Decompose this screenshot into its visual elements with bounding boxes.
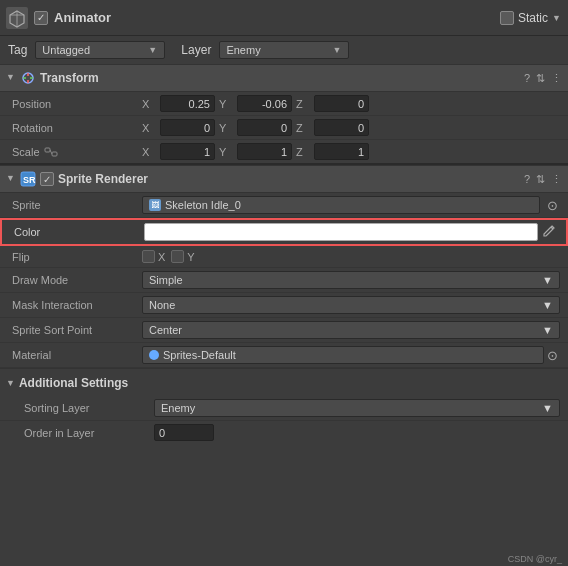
sorting-layer-dropdown[interactable]: Enemy ▼ — [154, 399, 560, 417]
sprite-row: Sprite 🖼 Skeleton Idle_0 ⊙ — [0, 193, 568, 218]
mask-interaction-text: None — [149, 299, 175, 311]
sprite-enable-checkbox[interactable]: ✓ — [40, 172, 54, 186]
tag-arrow: ▼ — [148, 45, 158, 55]
svg-text:SR: SR — [23, 175, 36, 185]
layer-dropdown[interactable]: Enemy ▼ — [219, 41, 349, 59]
flip-y-label: Y — [187, 251, 194, 263]
animator-enable-checkbox[interactable] — [34, 11, 48, 25]
order-in-layer-label: Order in Layer — [24, 427, 154, 439]
draw-mode-value: Simple ▼ — [142, 271, 560, 289]
sprite-sort-point-row: Sprite Sort Point Center ▼ — [0, 318, 568, 343]
rotation-z-input[interactable] — [314, 119, 369, 136]
flip-x-group: X — [142, 250, 165, 263]
mask-interaction-row: Mask Interaction None ▼ — [0, 293, 568, 318]
flip-x-checkbox[interactable] — [142, 250, 155, 263]
sprite-header-icons: ? ⇅ ⋮ — [524, 173, 562, 186]
cube-icon — [6, 7, 28, 29]
sprite-menu-icon[interactable]: ⋮ — [551, 173, 562, 186]
transform-properties: Position X Y Z Rotation X Y Z — [0, 92, 568, 163]
static-checkbox[interactable] — [500, 11, 514, 25]
color-swatch[interactable] — [144, 223, 538, 241]
material-label: Material — [12, 349, 142, 361]
transform-help-icon[interactable]: ? — [524, 72, 530, 84]
attribution: CSDN @cyr_ — [508, 554, 562, 564]
position-row: Position X Y Z — [0, 92, 568, 116]
sprite-renderer-title: Sprite Renderer — [58, 172, 524, 186]
mask-interaction-arrow: ▼ — [542, 299, 553, 311]
sprite-sort-point-value: Center ▼ — [142, 321, 560, 339]
static-section: Static ▼ — [500, 11, 562, 25]
scale-x-input[interactable] — [160, 143, 215, 160]
rotation-z-label: Z — [296, 122, 310, 134]
position-x-input[interactable] — [160, 95, 215, 112]
rotation-y-label: Y — [219, 122, 233, 134]
color-value — [144, 223, 558, 241]
sprite-renderer-properties: Sprite 🖼 Skeleton Idle_0 ⊙ Color Flip — [0, 193, 568, 368]
static-dropdown-arrow[interactable]: ▼ — [552, 13, 562, 23]
tag-dropdown[interactable]: Untagged ▼ — [35, 41, 165, 59]
position-label: Position — [12, 98, 142, 110]
material-field[interactable]: Sprites-Default — [142, 346, 544, 364]
position-value: X Y Z — [142, 95, 560, 112]
eyedropper-icon[interactable] — [542, 224, 558, 240]
scale-label: Scale — [12, 146, 142, 158]
transform-settings-icon[interactable]: ⇅ — [536, 72, 545, 85]
material-row: Material Sprites-Default ⊙ — [0, 343, 568, 368]
layer-label: Layer — [181, 43, 211, 57]
color-label: Color — [14, 226, 144, 238]
sprite-help-icon[interactable]: ? — [524, 173, 530, 185]
draw-mode-dropdown[interactable]: Simple ▼ — [142, 271, 560, 289]
rotation-y-input[interactable] — [237, 119, 292, 136]
rotation-label: Rotation — [12, 122, 142, 134]
additional-fold-arrow[interactable]: ▼ — [6, 378, 15, 388]
transform-menu-icon[interactable]: ⋮ — [551, 72, 562, 85]
sprite-settings-icon[interactable]: ⇅ — [536, 173, 545, 186]
layer-value: Enemy — [226, 44, 260, 56]
color-row: Color — [0, 218, 568, 246]
flip-value: X Y — [142, 250, 195, 263]
sorting-layer-row: Sorting Layer Enemy ▼ — [0, 396, 568, 421]
transform-header-icons: ? ⇅ ⋮ — [524, 72, 562, 85]
mask-interaction-value: None ▼ — [142, 296, 560, 314]
position-z-label: Z — [296, 98, 310, 110]
order-in-layer-row: Order in Layer — [0, 421, 568, 444]
sprite-name: Skeleton Idle_0 — [165, 199, 241, 211]
tag-layer-row: Tag Untagged ▼ Layer Enemy ▼ — [0, 36, 568, 64]
material-target-icon[interactable]: ⊙ — [544, 347, 560, 363]
flip-label: Flip — [12, 251, 142, 263]
scale-value: X Y Z — [142, 143, 560, 160]
scale-x-label: X — [142, 146, 156, 158]
order-in-layer-input[interactable] — [154, 424, 214, 441]
material-value: Sprites-Default — [163, 349, 236, 361]
flip-y-group: Y — [171, 250, 194, 263]
transform-fold-arrow[interactable]: ▼ — [6, 72, 18, 84]
sprite-fold-arrow[interactable]: ▼ — [6, 173, 18, 185]
flip-y-checkbox[interactable] — [171, 250, 184, 263]
tag-label: Tag — [8, 43, 27, 57]
sprite-sort-point-arrow: ▼ — [542, 324, 553, 336]
sprite-field-value: 🖼 Skeleton Idle_0 ⊙ — [142, 196, 560, 214]
scale-y-input[interactable] — [237, 143, 292, 160]
scale-z-input[interactable] — [314, 143, 369, 160]
rotation-xyz: X Y Z — [142, 119, 560, 136]
scale-link-icon — [44, 146, 58, 158]
additional-settings-header: ▼ Additional Settings — [0, 368, 568, 396]
layer-arrow: ▼ — [332, 45, 342, 55]
position-y-input[interactable] — [237, 95, 292, 112]
sorting-layer-arrow: ▼ — [542, 402, 553, 414]
animator-title: Animator — [54, 10, 500, 25]
position-z-input[interactable] — [314, 95, 369, 112]
sprite-renderer-icon: SR — [20, 171, 36, 187]
draw-mode-arrow: ▼ — [542, 274, 553, 286]
svg-rect-10 — [52, 152, 57, 156]
rotation-row: Rotation X Y Z — [0, 116, 568, 140]
rotation-value: X Y Z — [142, 119, 560, 136]
mask-interaction-dropdown[interactable]: None ▼ — [142, 296, 560, 314]
sprite-object-field[interactable]: 🖼 Skeleton Idle_0 — [142, 196, 540, 214]
transform-section-header: ▼ Transform ? ⇅ ⋮ — [0, 64, 568, 92]
sprite-target-icon[interactable]: ⊙ — [544, 197, 560, 213]
sprite-sort-point-dropdown[interactable]: Center ▼ — [142, 321, 560, 339]
sorting-layer-text: Enemy — [161, 402, 195, 414]
scale-xyz: X Y Z — [142, 143, 560, 160]
rotation-x-input[interactable] — [160, 119, 215, 136]
